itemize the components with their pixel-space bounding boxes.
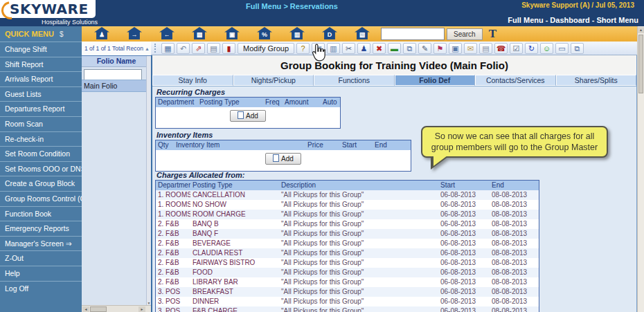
table-row[interactable]: 1. ROOMS CANCELLATION "All Pickups for t… (156, 190, 539, 200)
add-recurring-charge-button[interactable]: Add (230, 110, 266, 122)
home-folio-icon[interactable]: ▣ (220, 27, 244, 41)
folio-filter-input[interactable] (84, 69, 142, 80)
sidebar-item[interactable]: Arrivals Report (0, 71, 82, 86)
tickets-icon[interactable]: ⧉ (571, 43, 584, 54)
tab[interactable]: Stay Info (152, 75, 233, 86)
home-reservations-icon[interactable]: ▤ (188, 27, 211, 41)
payment-icon[interactable]: ▬ (388, 43, 401, 54)
share-guests-icon[interactable]: ♟ (357, 43, 370, 54)
tab[interactable]: Functions (314, 75, 395, 86)
table-row[interactable]: 3. POS BREAKFAST "All Pickups for this G… (156, 287, 539, 297)
sidebar-item[interactable]: Help (0, 266, 82, 281)
folio-horizontal-scrollbar[interactable]: ◄ ► (82, 305, 151, 312)
search-button[interactable]: Search (447, 28, 483, 40)
print-icon[interactable]: ▤ (207, 43, 220, 54)
toolbar-grip-handle[interactable] (154, 44, 157, 53)
refresh-icon[interactable]: ↻ (525, 43, 538, 54)
table-row[interactable]: 1. ROOMS NO SHOW "All Pickups for this G… (156, 200, 539, 210)
nav-dashboard[interactable]: Dashboard (550, 16, 589, 24)
table-row[interactable]: 3. POS F&B CHARGE "All Pickups for this … (156, 306, 539, 312)
sidebar-item[interactable]: Change Shift (0, 42, 82, 57)
page-vertical-scrollbar[interactable]: ▲ (637, 26, 644, 312)
table-row[interactable]: 2. F&B CLAUDIA REST "All Pickups for thi… (156, 248, 539, 258)
folio-vertical-scrollbar[interactable]: ▼ (146, 56, 151, 306)
folio-list-item[interactable]: Main Folio (82, 80, 147, 92)
session-info: Skyware Support (A) / Jul 05, 2013 (521, 1, 634, 9)
cut-icon[interactable]: ✂ (342, 43, 355, 54)
sidebar-item[interactable]: Room Scan (0, 116, 82, 131)
sidebar-item[interactable]: Manager's Screen ⇒ (0, 236, 82, 251)
checklist-icon[interactable]: ☑ (510, 43, 523, 54)
record-navigator[interactable]: 1 of 1 of 1 Total Recon▲ (82, 42, 151, 55)
email-icon[interactable]: ✉ (464, 43, 477, 54)
table-row[interactable]: 3. POS DINNER "All Pickups for this Grou… (156, 297, 539, 306)
undo-icon[interactable]: ↶ (177, 43, 190, 54)
home-reports-icon[interactable]: ▥ (285, 27, 309, 41)
sidebar-item[interactable]: Guest Lists (0, 86, 82, 102)
cell-description: "All Pickups for this Group" (279, 239, 438, 248)
tab[interactable]: Folio Def (395, 75, 476, 86)
home-icon-group: ♟ → ← ▤ ▣ % ▥ D ▧ (90, 27, 374, 41)
sidebar-item[interactable]: Log Off (0, 281, 82, 296)
folio-name-column-header[interactable]: Folio Name (82, 56, 151, 67)
cancel-icon[interactable]: ✖ (373, 43, 386, 54)
sidebar-item[interactable]: Emergency Reports (0, 221, 82, 236)
home-documents-icon[interactable]: ▧ (350, 27, 374, 41)
home-walkin-icon[interactable]: ♟ (90, 27, 114, 41)
notes-icon[interactable]: ▤ (479, 43, 492, 54)
nav-full-menu[interactable]: Full Menu (508, 16, 543, 24)
folio-form-icon[interactable]: ▣ (449, 43, 462, 54)
sidebar-item[interactable]: Set Rooms OOO or DNS (0, 161, 82, 176)
cell-end-date: 08-08-2013 (490, 248, 538, 258)
breadcrumb[interactable]: Full Menu > Reservations (246, 2, 338, 10)
text-tool-icon[interactable]: T (489, 27, 497, 41)
ticket-icon[interactable]: ▭ (555, 43, 569, 54)
table-row[interactable]: 2. F&B BANQ B "All Pickups for this Grou… (156, 219, 539, 229)
table-row[interactable]: 2. F&B BANQ F "All Pickups for this Grou… (156, 229, 539, 239)
scroll-right-icon[interactable]: ► (138, 306, 145, 312)
save-icon[interactable]: ▦ (161, 43, 175, 54)
scroll-up-icon[interactable]: ▲ (638, 27, 644, 33)
phone-icon[interactable]: ☎ (494, 43, 508, 54)
table-row[interactable]: 2. F&B FOOD "All Pickups for this Group"… (156, 268, 539, 277)
home-daily-icon[interactable]: D (318, 27, 341, 41)
table-row[interactable]: 2. F&B BEVERAGE "All Pickups for this Gr… (156, 239, 539, 248)
sidebar-item[interactable]: Function Book (0, 206, 82, 221)
tab[interactable]: Shares/Splits (556, 75, 637, 86)
guest-profile-icon[interactable]: ▤ (312, 43, 325, 54)
sidebar-item[interactable]: Group Rooms Control (GRC) (0, 191, 82, 206)
tab[interactable]: Contacts/Services (475, 75, 556, 86)
help-icon[interactable]: ? (296, 43, 310, 54)
home-checkout-icon[interactable]: ← (155, 27, 179, 41)
folio-transfer-icon[interactable]: ▥ (327, 43, 340, 54)
post-charge-icon[interactable]: ⇗ (192, 43, 205, 54)
tab[interactable]: Nights/Pickup (233, 75, 314, 86)
add-inventory-item-button[interactable]: Add (265, 153, 301, 165)
toolbar-icons-right: ?▤▥✂♟✖▬⧉✎⚑▣✉▤☎☑↻☺▭⧉ (296, 43, 584, 54)
sidebar-item[interactable]: Z-Out (0, 250, 82, 266)
nav-short-menu[interactable]: Short Menu (597, 16, 639, 24)
edit-tools-icon[interactable]: ✎ (418, 43, 431, 54)
table-row[interactable]: 1. ROOMS ROOM CHARGE "All Pickups for th… (156, 210, 539, 219)
home-rates-icon[interactable]: % (253, 27, 276, 41)
record-nav-up-icon[interactable]: ▲ (145, 46, 150, 51)
group-rooms-icon[interactable]: ⚑ (433, 43, 447, 54)
cell-department: 2. F&B (156, 219, 190, 229)
modify-group-button[interactable]: Modify Group (238, 43, 294, 54)
scrollbar-thumb[interactable] (90, 306, 107, 312)
sidebar-item[interactable]: Re-check-in (0, 131, 82, 147)
ledger-book-icon[interactable]: ▮ (222, 43, 235, 54)
sidebar-item[interactable]: Set Room Condition (0, 146, 82, 161)
home-checkin-icon[interactable]: → (123, 27, 146, 41)
scrollbar-thumb[interactable] (638, 35, 643, 93)
sidebar-item[interactable]: Shift Report (0, 57, 82, 72)
copy-icon[interactable]: ⧉ (403, 43, 416, 54)
cell-department: 1. ROOMS (156, 190, 190, 200)
table-row[interactable]: 2. F&B FAIRWAYS BISTRO "All Pickups for … (156, 258, 539, 268)
sidebar-item[interactable]: Create a Group Block (0, 176, 82, 191)
sidebar-item[interactable]: Departures Report (0, 101, 82, 116)
guest-smiley-icon[interactable]: ☺ (540, 43, 553, 54)
table-row[interactable]: 2. F&B LIBRARY BAR "All Pickups for this… (156, 277, 539, 287)
scroll-left-icon[interactable]: ◄ (82, 306, 89, 312)
search-input[interactable] (381, 28, 445, 40)
